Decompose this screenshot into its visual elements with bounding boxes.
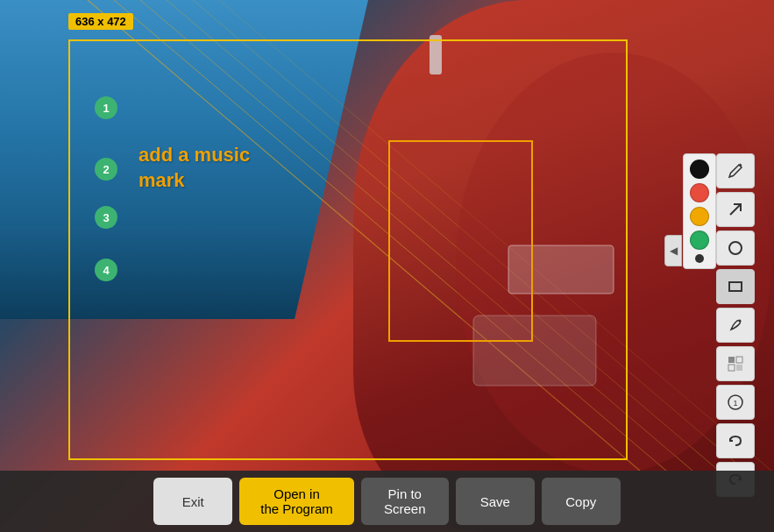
color-swatch-black[interactable] [690,160,709,179]
arrow-icon [727,201,744,218]
svg-rect-8 [729,282,742,291]
svg-rect-10 [728,357,735,363]
color-swatch-red[interactable] [690,183,709,202]
outer-selection-border [68,39,628,460]
svg-line-6 [730,204,741,215]
pin-to-screen-button[interactable]: Pin to Screen [361,478,449,525]
toolbar: 1 [716,153,758,497]
action-bar: Exit Open in the Program Pin to Screen S… [0,471,774,532]
dimension-label: 636 x 472 [68,13,133,30]
svg-point-9 [739,320,742,323]
copy-button[interactable]: Copy [542,478,621,525]
marker-3: 3 [95,206,117,229]
marker-2: 2 [95,158,117,181]
color-dot-small[interactable] [695,254,704,263]
svg-text:1: 1 [733,399,737,408]
tool-arrow-button[interactable] [716,192,755,227]
tool-pen-button[interactable] [716,308,755,343]
tool-edit-button[interactable] [716,153,755,188]
open-program-button[interactable]: Open in the Program [239,478,354,525]
inner-selection-border [388,140,533,342]
marker-4: 4 [95,259,117,281]
tool-fill-button[interactable] [716,346,755,381]
color-swatch-green[interactable] [690,231,709,250]
edit-icon [727,162,744,180]
svg-point-7 [729,242,742,254]
color-swatch-orange[interactable] [690,207,709,226]
color-panel [683,153,716,269]
annotation-text: add a music mark [138,143,250,193]
number-icon: 1 [727,394,744,411]
save-button[interactable]: Save [456,478,535,525]
fill-icon [727,355,744,372]
exit-button[interactable]: Exit [153,478,232,525]
panel-collapse-arrow[interactable]: ◀ [664,235,682,266]
undo-icon [727,432,744,450]
svg-rect-11 [736,357,742,363]
rectangle-icon [727,278,744,295]
tool-rectangle-button[interactable] [716,269,755,304]
circle-icon [727,239,744,257]
svg-rect-12 [728,365,735,371]
svg-rect-13 [736,365,742,371]
marker-1: 1 [95,96,117,119]
pen-icon [727,316,744,334]
tool-undo-button[interactable] [716,423,755,458]
tool-circle-button[interactable] [716,231,755,266]
tool-number-button[interactable]: 1 [716,385,755,420]
capture-area: 636 x 472 1 2 3 4 add a music mark [68,13,631,460]
